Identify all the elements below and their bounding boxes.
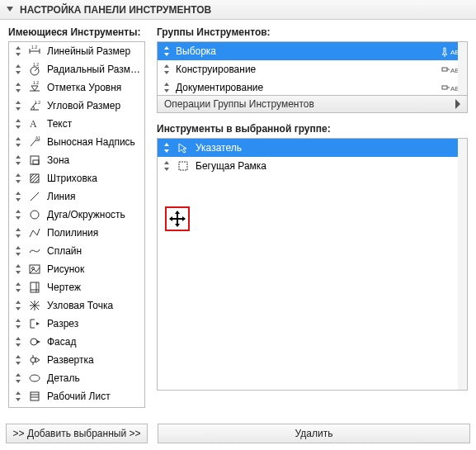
sort-handle-icon[interactable]: [12, 82, 24, 93]
unfold-icon: [27, 353, 42, 367]
section-icon: [27, 316, 42, 331]
sort-handle-icon[interactable]: [12, 191, 24, 202]
sort-handle-icon[interactable]: [12, 154, 24, 166]
svg-text:1.2: 1.2: [33, 63, 39, 67]
tool-item-label: Рисунок: [47, 263, 141, 275]
svg-text:1.2: 1.2: [35, 100, 40, 105]
available-tools-label: Имеющиеся Инструменты:: [8, 26, 145, 38]
group-operations-row[interactable]: Операции Группы Инструментов: [157, 96, 468, 113]
tool-item[interactable]: 1.2 Радиальный Размер: [9, 60, 144, 78]
elevation-icon: [27, 334, 42, 349]
svg-marker-33: [16, 180, 21, 183]
tool-item-label: Радиальный Размер: [47, 64, 141, 75]
tool-item[interactable]: 1.2 Угловой Размер: [9, 97, 144, 115]
tool-item[interactable]: Дуга/Окружность: [9, 206, 144, 224]
sort-handle-icon[interactable]: [12, 372, 24, 384]
sort-handle-icon[interactable]: [12, 318, 24, 329]
tool-item[interactable]: Штриховка: [9, 169, 144, 187]
tool-item[interactable]: 1.2 Линейный Размер: [9, 42, 144, 60]
sort-handle-icon[interactable]: [12, 245, 24, 257]
tool-item[interactable]: Разрез: [9, 315, 144, 333]
sort-handle-icon[interactable]: [12, 282, 24, 293]
sort-handle-icon[interactable]: [161, 64, 172, 75]
remove-button[interactable]: Удалить: [158, 424, 470, 443]
tool-item[interactable]: Полилиния: [9, 224, 144, 242]
sort-handle-icon[interactable]: [12, 136, 24, 148]
svg-marker-2: [16, 53, 21, 56]
sort-handle-icon[interactable]: [161, 45, 172, 57]
sort-handle-icon[interactable]: [12, 300, 24, 311]
tool-item[interactable]: Рисунок: [9, 260, 144, 278]
svg-point-44: [31, 211, 39, 219]
svg-marker-47: [16, 246, 21, 249]
svg-marker-111: [179, 144, 186, 153]
svg-marker-110: [164, 149, 169, 153]
svg-rect-31: [33, 160, 39, 164]
tool-item[interactable]: Изменение: [9, 405, 144, 408]
tool-item[interactable]: Линия: [9, 187, 144, 206]
spline-icon: [27, 244, 42, 258]
tool-item[interactable]: 1.2 Отметка Уровня: [9, 78, 144, 97]
tool-item-label: Деталь: [47, 372, 141, 384]
tool-item[interactable]: Рабочий Лист: [9, 387, 144, 405]
svg-marker-109: [164, 143, 169, 146]
sort-handle-icon[interactable]: [12, 336, 24, 348]
sort-handle-icon[interactable]: [12, 118, 24, 130]
group-tool-item[interactable]: Бегущая Рамка: [158, 157, 467, 175]
svg-marker-46: [16, 234, 21, 238]
add-selected-button[interactable]: >> Добавить выбранный >>: [6, 424, 148, 443]
sort-handle-icon[interactable]: [12, 263, 24, 275]
sort-handle-icon[interactable]: [161, 142, 172, 154]
scrollbar: [458, 42, 467, 95]
sort-handle-icon[interactable]: [12, 354, 24, 366]
tool-item-label: Развертка: [47, 354, 141, 366]
tool-groups-list[interactable]: Выборка AB0 Конструирование AB0 Документ…: [157, 41, 468, 96]
tool-item-label: Угловой Размер: [47, 100, 141, 111]
level-mark-icon: 1.2: [27, 80, 42, 95]
tool-item[interactable]: Зона: [9, 151, 144, 169]
tool-item[interactable]: A1 Выносная Надпись: [9, 133, 144, 151]
zone-icon: [27, 153, 42, 168]
group-item[interactable]: Документирование AB0: [158, 78, 467, 96]
sort-handle-icon[interactable]: [12, 45, 24, 57]
panel-header[interactable]: НАСТРОЙКА ПАНЕЛИ ИНСТРУМЕНТОВ: [0, 0, 476, 20]
tool-item[interactable]: Чертеж: [9, 278, 144, 296]
available-tools-list[interactable]: 1.2 Линейный Размер 1.2 Радиальный Разме…: [8, 41, 145, 408]
group-item-label: Выборка: [176, 45, 436, 57]
svg-marker-39: [16, 192, 21, 195]
svg-marker-23: [16, 137, 21, 140]
dim-linear-icon: 1.2: [27, 44, 42, 59]
group-item[interactable]: Выборка AB0: [158, 42, 467, 60]
svg-marker-113: [164, 168, 169, 171]
sort-handle-icon[interactable]: [12, 64, 24, 75]
svg-point-82: [30, 375, 40, 381]
svg-point-76: [31, 358, 35, 362]
tool-item[interactable]: Развертка: [9, 351, 144, 369]
svg-line-36: [31, 174, 37, 181]
svg-marker-50: [16, 271, 21, 274]
marquee-icon: [176, 159, 191, 173]
group-item[interactable]: Конструирование AB0: [158, 60, 467, 78]
svg-marker-73: [37, 340, 40, 343]
polyline-icon: [27, 225, 42, 240]
tool-item[interactable]: A Текст: [9, 115, 144, 133]
svg-text:1.2: 1.2: [31, 45, 37, 50]
tool-item[interactable]: Сплайн: [9, 242, 144, 260]
tool-item-label: Сплайн: [47, 245, 141, 257]
sort-handle-icon[interactable]: [12, 227, 24, 239]
svg-marker-13: [16, 89, 21, 92]
tool-item[interactable]: Деталь: [9, 369, 144, 387]
tool-item[interactable]: Узловая Точка: [9, 296, 144, 315]
group-tool-item[interactable]: Указатель: [158, 139, 467, 157]
svg-marker-80: [16, 373, 21, 377]
image-icon: [27, 262, 42, 277]
sort-handle-icon[interactable]: [12, 391, 24, 402]
sort-handle-icon[interactable]: [12, 173, 24, 184]
pointer-icon: [176, 140, 191, 155]
sort-handle-icon[interactable]: [161, 82, 172, 93]
group-tools-list[interactable]: Указатель Бегущая Рамка: [157, 138, 468, 391]
tool-item[interactable]: Фасад: [9, 333, 144, 351]
sort-handle-icon[interactable]: [161, 160, 172, 172]
sort-handle-icon[interactable]: [12, 100, 24, 111]
sort-handle-icon[interactable]: [12, 209, 24, 220]
